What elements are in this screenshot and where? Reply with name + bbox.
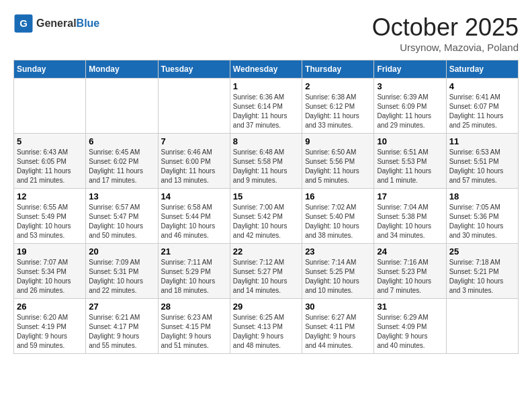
calendar-cell: 22Sunrise: 7:12 AM Sunset: 5:27 PM Dayli… <box>230 244 302 299</box>
day-number: 11 <box>449 136 515 146</box>
logo-icon: G <box>13 13 34 34</box>
day-info: Sunrise: 7:09 AM Sunset: 5:31 PM Dayligh… <box>89 258 154 295</box>
day-info: Sunrise: 6:38 AM Sunset: 6:12 PM Dayligh… <box>305 93 371 130</box>
day-number: 17 <box>377 191 443 201</box>
day-number: 14 <box>161 191 227 201</box>
day-info: Sunrise: 6:41 AM Sunset: 6:07 PM Dayligh… <box>449 93 515 130</box>
calendar-cell: 21Sunrise: 7:11 AM Sunset: 5:29 PM Dayli… <box>158 244 230 299</box>
day-info: Sunrise: 6:48 AM Sunset: 5:58 PM Dayligh… <box>233 148 299 185</box>
day-info: Sunrise: 7:00 AM Sunset: 5:42 PM Dayligh… <box>233 203 299 240</box>
calendar-cell <box>158 79 230 134</box>
day-info: Sunrise: 6:43 AM Sunset: 6:05 PM Dayligh… <box>17 148 83 185</box>
calendar-header-row: SundayMondayTuesdayWednesdayThursdayFrid… <box>14 60 519 79</box>
month-title: October 2025 <box>372 13 519 42</box>
calendar-cell: 11Sunrise: 6:53 AM Sunset: 5:51 PM Dayli… <box>446 134 518 189</box>
day-info: Sunrise: 6:55 AM Sunset: 5:49 PM Dayligh… <box>17 203 83 240</box>
day-info: Sunrise: 6:21 AM Sunset: 4:17 PM Dayligh… <box>89 313 154 351</box>
day-info: Sunrise: 7:18 AM Sunset: 5:21 PM Dayligh… <box>449 258 515 295</box>
title-block: October 2025 Ursynow, Mazovia, Poland <box>372 13 519 53</box>
day-number: 27 <box>89 302 154 312</box>
day-number: 21 <box>161 246 227 257</box>
day-info: Sunrise: 7:02 AM Sunset: 5:40 PM Dayligh… <box>305 203 371 240</box>
calendar-cell: 13Sunrise: 6:57 AM Sunset: 5:47 PM Dayli… <box>86 189 158 244</box>
day-info: Sunrise: 6:46 AM Sunset: 6:00 PM Dayligh… <box>161 148 227 185</box>
calendar-cell: 17Sunrise: 7:04 AM Sunset: 5:38 PM Dayli… <box>374 189 446 244</box>
day-info: Sunrise: 6:27 AM Sunset: 4:11 PM Dayligh… <box>305 313 371 351</box>
day-number: 15 <box>233 191 299 201</box>
calendar-cell: 19Sunrise: 7:07 AM Sunset: 5:34 PM Dayli… <box>14 244 86 299</box>
day-info: Sunrise: 6:25 AM Sunset: 4:13 PM Dayligh… <box>233 313 299 351</box>
day-number: 31 <box>377 302 443 312</box>
day-number: 29 <box>233 302 299 312</box>
day-info: Sunrise: 6:57 AM Sunset: 5:47 PM Dayligh… <box>89 203 154 240</box>
day-number: 20 <box>89 246 154 257</box>
calendar-cell: 30Sunrise: 6:27 AM Sunset: 4:11 PM Dayli… <box>302 299 374 354</box>
day-number: 30 <box>305 302 371 312</box>
day-number: 18 <box>449 191 515 201</box>
day-info: Sunrise: 6:39 AM Sunset: 6:09 PM Dayligh… <box>377 93 443 130</box>
logo-blue: Blue <box>77 17 100 30</box>
day-info: Sunrise: 6:45 AM Sunset: 6:02 PM Dayligh… <box>89 148 154 185</box>
weekday-header-wednesday: Wednesday <box>230 60 302 79</box>
weekday-header-monday: Monday <box>86 60 158 79</box>
calendar-week-row: 12Sunrise: 6:55 AM Sunset: 5:49 PM Dayli… <box>14 189 519 244</box>
day-info: Sunrise: 7:16 AM Sunset: 5:23 PM Dayligh… <box>377 258 443 295</box>
calendar-cell: 26Sunrise: 6:20 AM Sunset: 4:19 PM Dayli… <box>14 299 86 354</box>
calendar-cell: 2Sunrise: 6:38 AM Sunset: 6:12 PM Daylig… <box>302 79 374 134</box>
day-number: 13 <box>89 191 154 201</box>
calendar-table: SundayMondayTuesdayWednesdayThursdayFrid… <box>13 60 519 354</box>
calendar-cell: 18Sunrise: 7:05 AM Sunset: 5:36 PM Dayli… <box>446 189 518 244</box>
calendar-cell: 6Sunrise: 6:45 AM Sunset: 6:02 PM Daylig… <box>86 134 158 189</box>
calendar-cell: 1Sunrise: 6:36 AM Sunset: 6:14 PM Daylig… <box>230 79 302 134</box>
logo: G General Blue <box>13 13 99 34</box>
day-info: Sunrise: 6:20 AM Sunset: 4:19 PM Dayligh… <box>17 313 83 351</box>
svg-text:G: G <box>19 17 28 29</box>
calendar-cell <box>446 299 518 354</box>
day-number: 1 <box>233 81 299 91</box>
calendar-cell: 3Sunrise: 6:39 AM Sunset: 6:09 PM Daylig… <box>374 79 446 134</box>
calendar-cell: 4Sunrise: 6:41 AM Sunset: 6:07 PM Daylig… <box>446 79 518 134</box>
calendar-week-row: 5Sunrise: 6:43 AM Sunset: 6:05 PM Daylig… <box>14 134 519 189</box>
calendar-cell: 23Sunrise: 7:14 AM Sunset: 5:25 PM Dayli… <box>302 244 374 299</box>
calendar-cell: 5Sunrise: 6:43 AM Sunset: 6:05 PM Daylig… <box>14 134 86 189</box>
calendar-cell: 25Sunrise: 7:18 AM Sunset: 5:21 PM Dayli… <box>446 244 518 299</box>
day-number: 19 <box>17 246 83 257</box>
day-number: 9 <box>305 136 371 146</box>
day-number: 16 <box>305 191 371 201</box>
calendar-cell: 15Sunrise: 7:00 AM Sunset: 5:42 PM Dayli… <box>230 189 302 244</box>
calendar-cell: 12Sunrise: 6:55 AM Sunset: 5:49 PM Dayli… <box>14 189 86 244</box>
calendar-cell: 24Sunrise: 7:16 AM Sunset: 5:23 PM Dayli… <box>374 244 446 299</box>
calendar-cell: 28Sunrise: 6:23 AM Sunset: 4:15 PM Dayli… <box>158 299 230 354</box>
day-number: 3 <box>377 81 443 91</box>
weekday-header-saturday: Saturday <box>446 60 518 79</box>
day-number: 10 <box>377 136 443 146</box>
calendar-cell: 20Sunrise: 7:09 AM Sunset: 5:31 PM Dayli… <box>86 244 158 299</box>
day-number: 8 <box>233 136 299 146</box>
day-number: 5 <box>17 136 83 146</box>
calendar-week-row: 19Sunrise: 7:07 AM Sunset: 5:34 PM Dayli… <box>14 244 519 299</box>
day-info: Sunrise: 6:53 AM Sunset: 5:51 PM Dayligh… <box>449 148 515 185</box>
weekday-header-sunday: Sunday <box>14 60 86 79</box>
day-info: Sunrise: 7:05 AM Sunset: 5:36 PM Dayligh… <box>449 203 515 240</box>
calendar-cell: 10Sunrise: 6:51 AM Sunset: 5:53 PM Dayli… <box>374 134 446 189</box>
weekday-header-thursday: Thursday <box>302 60 374 79</box>
calendar-cell: 14Sunrise: 6:58 AM Sunset: 5:44 PM Dayli… <box>158 189 230 244</box>
day-info: Sunrise: 6:36 AM Sunset: 6:14 PM Dayligh… <box>233 93 299 130</box>
day-info: Sunrise: 6:29 AM Sunset: 4:09 PM Dayligh… <box>377 313 443 351</box>
calendar-cell: 9Sunrise: 6:50 AM Sunset: 5:56 PM Daylig… <box>302 134 374 189</box>
day-number: 4 <box>449 81 515 91</box>
location-title: Ursynow, Mazovia, Poland <box>372 42 519 53</box>
day-number: 25 <box>449 246 515 257</box>
day-info: Sunrise: 7:04 AM Sunset: 5:38 PM Dayligh… <box>377 203 443 240</box>
calendar-cell: 7Sunrise: 6:46 AM Sunset: 6:00 PM Daylig… <box>158 134 230 189</box>
day-number: 7 <box>161 136 227 146</box>
day-info: Sunrise: 7:14 AM Sunset: 5:25 PM Dayligh… <box>305 258 371 295</box>
page-header: G General Blue October 2025 Ursynow, Maz… <box>13 13 519 53</box>
day-info: Sunrise: 7:07 AM Sunset: 5:34 PM Dayligh… <box>17 258 83 295</box>
calendar-cell: 16Sunrise: 7:02 AM Sunset: 5:40 PM Dayli… <box>302 189 374 244</box>
day-number: 24 <box>377 246 443 257</box>
day-number: 23 <box>305 246 371 257</box>
calendar-cell <box>14 79 86 134</box>
weekday-header-friday: Friday <box>374 60 446 79</box>
calendar-cell: 29Sunrise: 6:25 AM Sunset: 4:13 PM Dayli… <box>230 299 302 354</box>
